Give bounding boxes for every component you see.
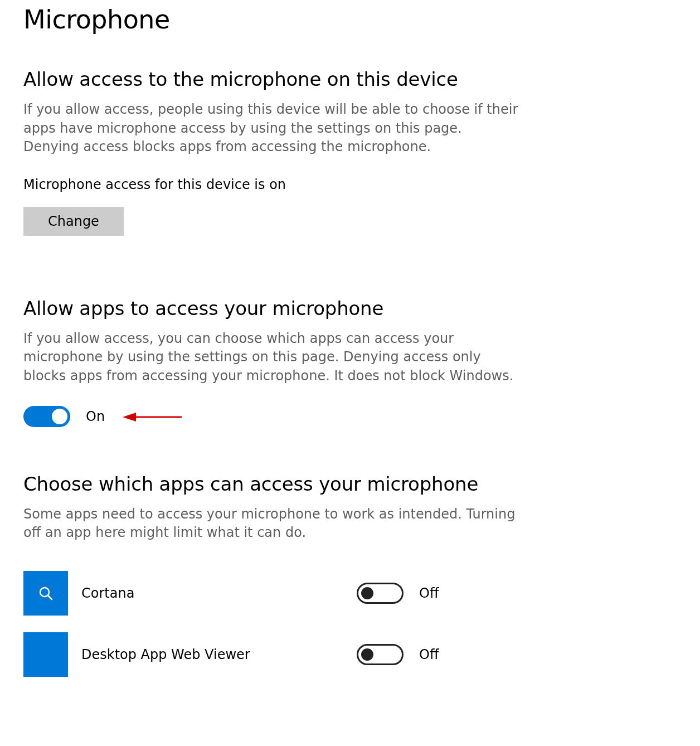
section-apps-access-heading: Allow apps to access your microphone xyxy=(23,297,677,319)
app-toggle-cortana[interactable] xyxy=(357,583,404,604)
section-device-access-heading: Allow access to the microphone on this d… xyxy=(23,68,677,90)
svg-line-3 xyxy=(48,595,52,599)
apps-access-toggle[interactable] xyxy=(23,406,70,427)
toggle-thumb xyxy=(52,409,67,424)
section-apps-access-desc: If you allow access, you can choose whic… xyxy=(23,330,519,386)
desktop-app-web-viewer-icon xyxy=(23,632,68,677)
page-title: Microphone xyxy=(23,4,677,35)
section-device-access-desc: If you allow access, people using this d… xyxy=(23,100,519,157)
app-toggle-state-label: Off xyxy=(419,647,439,662)
app-name-label: Cortana xyxy=(81,585,343,601)
annotation-arrow-icon xyxy=(120,411,187,422)
device-access-status: Microphone access for this device is on xyxy=(23,177,677,192)
toggle-thumb xyxy=(361,587,373,599)
toggle-thumb xyxy=(361,648,373,661)
section-choose-apps-heading: Choose which apps can access your microp… xyxy=(23,473,677,495)
app-row: Desktop App Web Viewer Off xyxy=(23,624,677,685)
app-toggle-state-label: Off xyxy=(419,585,439,601)
cortana-icon xyxy=(23,571,68,616)
apps-access-toggle-label: On xyxy=(86,409,105,424)
app-name-label: Desktop App Web Viewer xyxy=(81,647,343,662)
section-choose-apps-desc: Some apps need to access your microphone… xyxy=(23,505,519,542)
app-row: Cortana Off xyxy=(23,563,677,624)
change-button[interactable]: Change xyxy=(23,207,124,236)
app-toggle-desktop-app-web-viewer[interactable] xyxy=(357,644,404,665)
svg-marker-1 xyxy=(123,413,136,422)
